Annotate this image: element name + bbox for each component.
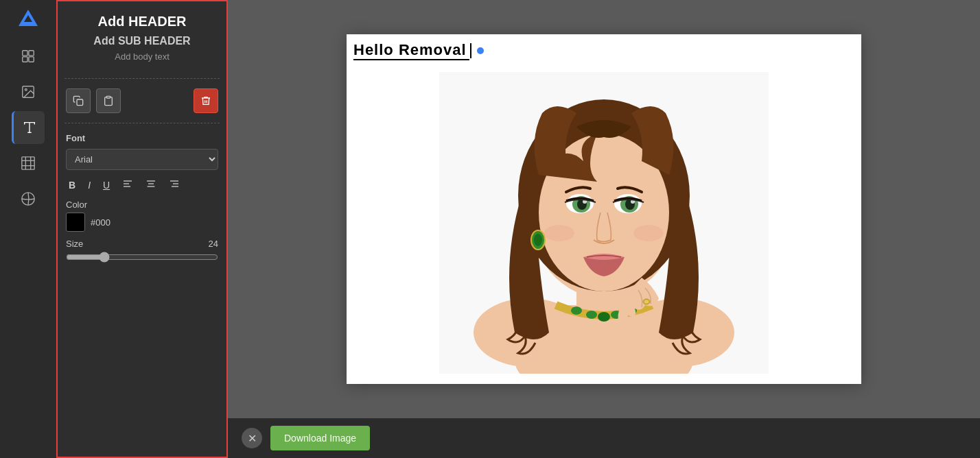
app-logo — [19, 10, 38, 26]
svg-point-47 — [544, 225, 574, 241]
svg-rect-3 — [29, 57, 34, 62]
app-container: Add HEADER Add SUB HEADER Add body text — [0, 0, 980, 458]
sidebar-icon-grid[interactable] — [12, 147, 45, 180]
format-row: B I U — [58, 173, 226, 197]
divider-1 — [65, 78, 220, 79]
main-area: Hello Removal — [228, 0, 980, 458]
svg-point-5 — [25, 88, 27, 91]
color-section: Color #000 — [58, 197, 226, 234]
add-header-label[interactable]: Add HEADER — [65, 14, 220, 29]
svg-rect-14 — [77, 99, 83, 106]
svg-rect-0 — [23, 51, 27, 56]
close-button[interactable]: ✕ — [242, 428, 262, 448]
size-header: Size 24 — [66, 239, 218, 249]
size-value: 24 — [209, 239, 218, 249]
canvas-image — [353, 69, 854, 377]
color-label: Color — [66, 200, 218, 210]
underline-button[interactable]: U — [100, 178, 113, 192]
align-right-button[interactable] — [166, 177, 183, 193]
svg-point-33 — [598, 312, 610, 322]
sidebar-icon-adjust[interactable] — [12, 182, 45, 215]
tool-panel-header: Add HEADER Add SUB HEADER Add body text — [58, 1, 226, 74]
svg-rect-1 — [29, 51, 34, 56]
svg-point-32 — [586, 311, 597, 319]
logo-icon — [19, 10, 38, 26]
bottom-bar: ✕ Download Image — [228, 418, 980, 458]
text-drag-handle[interactable] — [477, 47, 484, 54]
copy-button[interactable] — [66, 88, 91, 113]
svg-rect-2 — [23, 57, 27, 62]
align-left-button[interactable] — [119, 177, 136, 193]
bold-button[interactable]: B — [66, 178, 78, 192]
size-section: Size 24 — [58, 234, 226, 269]
color-swatch[interactable] — [66, 213, 85, 232]
svg-point-31 — [571, 306, 582, 315]
canvas-area: Hello Removal — [228, 0, 980, 418]
svg-point-52 — [644, 300, 649, 304]
portrait-svg — [439, 72, 769, 374]
action-icon-row — [58, 83, 226, 119]
italic-button[interactable]: I — [85, 178, 93, 192]
font-section-label: Font — [58, 128, 226, 146]
size-label: Size — [66, 239, 83, 249]
icon-sidebar — [0, 0, 56, 458]
svg-point-48 — [633, 225, 664, 241]
sidebar-icon-layers[interactable] — [12, 40, 45, 73]
text-overlay: Hello Removal — [353, 41, 484, 60]
align-center-button[interactable] — [143, 177, 159, 193]
color-value: #000 — [91, 217, 110, 228]
portrait-container — [353, 69, 854, 377]
color-row: #000 — [66, 213, 218, 232]
text-cursor — [470, 43, 471, 58]
add-body-label[interactable]: Add body text — [65, 51, 220, 62]
divider-2 — [65, 123, 220, 123]
svg-rect-8 — [22, 157, 34, 169]
sidebar-icon-image[interactable] — [12, 75, 45, 108]
svg-rect-15 — [106, 96, 110, 98]
canvas-wrapper: Hello Removal — [347, 34, 861, 384]
download-button[interactable]: Download Image — [270, 426, 370, 450]
paste-button[interactable] — [96, 88, 121, 113]
font-select-wrapper: Arial Helvetica Times New Roman Georgia … — [58, 146, 226, 173]
size-slider[interactable] — [66, 252, 218, 263]
sidebar-icon-text[interactable] — [12, 111, 45, 144]
svg-point-50 — [534, 234, 542, 246]
canvas-text[interactable]: Hello Removal — [353, 41, 469, 60]
delete-button[interactable] — [194, 88, 218, 113]
tool-panel: Add HEADER Add SUB HEADER Add body text — [56, 0, 228, 458]
font-select[interactable]: Arial Helvetica Times New Roman Georgia … — [66, 149, 218, 170]
add-subheader-label[interactable]: Add SUB HEADER — [65, 35, 220, 47]
